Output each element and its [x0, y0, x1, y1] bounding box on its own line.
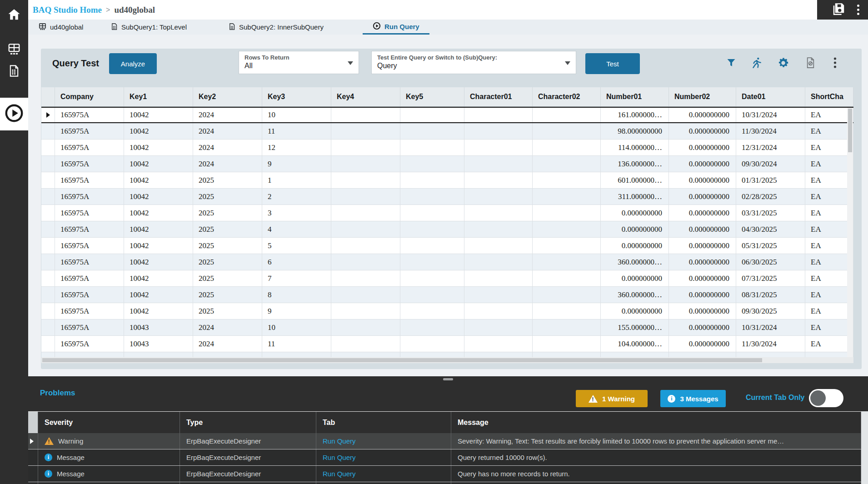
cell[interactable]: EA — [805, 189, 853, 205]
cell[interactable]: 9 — [262, 303, 331, 319]
cell[interactable]: 10042 — [124, 238, 193, 254]
tab-link[interactable]: Run Query — [323, 437, 356, 445]
row-selector-cell[interactable] — [41, 189, 55, 205]
cell[interactable] — [331, 172, 400, 188]
cell[interactable]: 0.000000000 — [669, 270, 736, 286]
cell[interactable] — [331, 336, 400, 352]
cell[interactable]: 12 — [262, 352, 331, 357]
cell[interactable] — [533, 287, 601, 303]
kebab-menu-icon[interactable] — [828, 56, 842, 70]
cell[interactable]: 2025 — [193, 221, 262, 237]
cell[interactable] — [400, 140, 464, 155]
cell[interactable]: 0.000000000 — [669, 287, 736, 303]
filter-icon[interactable] — [724, 56, 738, 70]
cell[interactable]: 10042 — [124, 140, 193, 155]
problem-row[interactable]: iMessageErpBaqExecuteDesignerRun QueryQu… — [28, 466, 861, 482]
row-selector-cell[interactable] — [28, 482, 38, 484]
message-cell[interactable]: Query returned 10000 row(s). — [451, 449, 861, 465]
cell[interactable]: 165975A — [55, 108, 124, 122]
table-row[interactable]: 165975A10043202412112.000000…0.000000000… — [41, 352, 853, 357]
cell[interactable]: 8 — [262, 287, 331, 303]
tab-subquery2[interactable]: SubQuery2: InnerSubQuery — [229, 20, 324, 35]
cell[interactable]: 165975A — [55, 156, 124, 172]
cell[interactable]: 10042 — [124, 221, 193, 237]
cell[interactable] — [331, 189, 400, 205]
grid-gutter-header[interactable] — [41, 87, 55, 106]
cell[interactable] — [400, 352, 464, 357]
cell[interactable]: 4 — [262, 221, 331, 237]
cell[interactable] — [464, 108, 533, 122]
cell[interactable]: 0.000000000 — [669, 254, 736, 270]
cell[interactable]: 0.000000000 — [669, 205, 736, 221]
cell[interactable] — [533, 156, 601, 172]
cell[interactable] — [533, 108, 601, 122]
cell[interactable] — [331, 238, 400, 254]
cell[interactable] — [331, 108, 400, 122]
row-selector-cell[interactable] — [41, 352, 55, 357]
cell[interactable]: 165975A — [55, 238, 124, 254]
cell[interactable]: 10042 — [124, 108, 193, 122]
cell[interactable]: 10 — [262, 319, 331, 335]
cell[interactable]: EA — [805, 108, 853, 122]
cell[interactable] — [331, 221, 400, 237]
cell[interactable] — [464, 140, 533, 155]
cell[interactable]: 0.000000000 — [669, 108, 736, 122]
type-cell[interactable]: ErpBaqExecuteDesigner — [180, 433, 316, 449]
column-header[interactable]: Date01 — [736, 87, 805, 106]
cell[interactable]: 165975A — [55, 221, 124, 237]
cell[interactable]: 0.000000000 — [601, 238, 669, 254]
cell[interactable]: 2025 — [193, 238, 262, 254]
row-selector-cell[interactable] — [41, 303, 55, 319]
cell[interactable]: EA — [805, 254, 853, 270]
problem-row[interactable]: iMessageErpBaqExecuteDesignerRun QueryQu… — [28, 449, 861, 466]
cell[interactable]: 10 — [262, 108, 331, 122]
row-selector-cell[interactable] — [28, 466, 38, 482]
column-header[interactable]: Number02 — [669, 87, 736, 106]
table-row[interactable]: 165975A10042202412114.000000…0.000000000… — [41, 140, 853, 156]
table-row[interactable]: 165975A10042202590.0000000000.0000000000… — [41, 303, 853, 319]
tab-cell[interactable]: Run Query — [316, 449, 451, 465]
cell[interactable]: 0.000000000 — [669, 221, 736, 237]
table-row[interactable]: 165975A10043202410155.000000…0.000000000… — [41, 319, 853, 336]
cell[interactable]: 08/31/2025 — [736, 287, 805, 303]
column-header[interactable]: ShortCha — [805, 87, 853, 106]
cell[interactable]: 0.000000000 — [601, 303, 669, 319]
cell[interactable]: 0.000000000 — [669, 238, 736, 254]
table-row[interactable]: 165975A1004220251601.000000…0.0000000000… — [41, 172, 853, 189]
cell[interactable]: 165975A — [55, 352, 124, 357]
tab-ud40global[interactable]: ud40global — [39, 20, 83, 35]
scrollbar-thumb[interactable] — [848, 109, 852, 152]
tab-link[interactable]: Run Query — [323, 454, 356, 461]
cell[interactable] — [331, 140, 400, 155]
cell[interactable] — [533, 172, 601, 188]
cell[interactable] — [464, 238, 533, 254]
cell[interactable]: 10/31/2024 — [736, 108, 805, 122]
type-cell[interactable]: ErpBaqExecuteDesigner — [180, 449, 316, 465]
cell[interactable]: 155.000000… — [601, 319, 669, 335]
cell[interactable]: 10042 — [124, 123, 193, 139]
table-row[interactable]: 165975A10043202411104.000000…0.000000000… — [41, 336, 853, 352]
horizontal-scrollbar[interactable] — [41, 357, 853, 363]
table-row[interactable]: 165975A1004220241198.0000000000.00000000… — [41, 123, 853, 140]
cell[interactable] — [464, 319, 533, 335]
cell[interactable]: 11/30/2024 — [736, 123, 805, 139]
cell[interactable]: 10042 — [124, 172, 193, 188]
cell[interactable]: 2024 — [193, 156, 262, 172]
cell[interactable] — [533, 205, 601, 221]
cell[interactable] — [400, 319, 464, 335]
cell[interactable]: 07/31/2025 — [736, 270, 805, 286]
cell[interactable]: 10042 — [124, 205, 193, 221]
severity-cell[interactable]: Warning — [38, 433, 180, 449]
cell[interactable] — [331, 123, 400, 139]
breadcrumb-home-link[interactable]: BAQ Studio Home — [33, 5, 102, 15]
cell[interactable] — [400, 172, 464, 188]
cell[interactable]: 165975A — [55, 189, 124, 205]
sidebar-item-run-query[interactable] — [0, 98, 28, 130]
cell[interactable]: 10042 — [124, 303, 193, 319]
cell[interactable]: EA — [805, 123, 853, 139]
cell[interactable] — [331, 254, 400, 270]
cell[interactable] — [464, 287, 533, 303]
cell[interactable]: 2025 — [193, 205, 262, 221]
cell[interactable] — [464, 221, 533, 237]
cell[interactable]: EA — [805, 172, 853, 188]
